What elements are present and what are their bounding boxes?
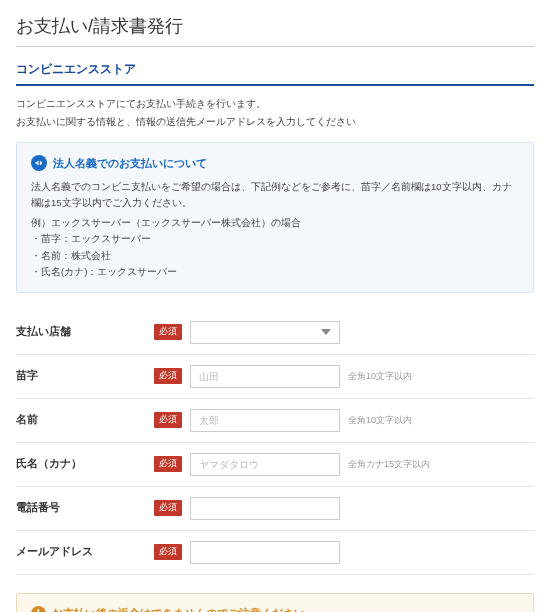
warning-icon: ! xyxy=(31,606,46,612)
page-title: お支払い/請求書発行 xyxy=(16,14,534,47)
example-line2: ・名前：株式会社 xyxy=(31,248,519,264)
section-title: コンビニエンスストア xyxy=(16,61,534,86)
required-badge: 必須 xyxy=(154,500,182,516)
required-badge: 必須 xyxy=(154,368,182,384)
store-select[interactable] xyxy=(190,321,340,344)
intro-line1: コンビニエンスストアにてお支払い手続きを行います。 xyxy=(16,96,534,112)
kana-input[interactable] xyxy=(190,453,340,476)
corporate-notice-title: 法人名義でのお支払いについて xyxy=(53,156,207,171)
example-head: 例）エックスサーバー（エックスサーバー株式会社）の場合 xyxy=(31,215,519,231)
kana-label: 氏名（カナ） xyxy=(16,457,146,471)
megaphone-icon xyxy=(31,155,47,171)
lastname-input[interactable] xyxy=(190,365,340,388)
refund-warning-title: お支払い後の返金はできませんのでご注意ください xyxy=(52,606,305,612)
example-line3: ・氏名(カナ)：エックスサーバー xyxy=(31,264,519,280)
example-line1: ・苗字：エックスサーバー xyxy=(31,231,519,247)
kana-hint: 全角カナ15文字以内 xyxy=(348,458,430,471)
corporate-notice: 法人名義でのお支払いについて 法人名義でのコンビニ支払いをご希望の場合は、下記例… xyxy=(16,142,534,293)
refund-warning: ! お支払い後の返金はできませんのでご注意ください 料金をお支払いいただいた後は… xyxy=(16,593,534,612)
store-label: 支払い店舗 xyxy=(16,325,146,339)
tel-label: 電話番号 xyxy=(16,501,146,515)
email-input[interactable] xyxy=(190,541,340,564)
lastname-hint: 全角10文字以内 xyxy=(348,370,412,383)
intro-text: コンビニエンスストアにてお支払い手続きを行います。 お支払いに関する情報と、情報… xyxy=(16,96,534,130)
lastname-label: 苗字 xyxy=(16,369,146,383)
required-badge: 必須 xyxy=(154,324,182,340)
firstname-hint: 全角10文字以内 xyxy=(348,414,412,427)
firstname-label: 名前 xyxy=(16,413,146,427)
tel-input[interactable] xyxy=(190,497,340,520)
email-label: メールアドレス xyxy=(16,545,146,559)
intro-line2: お支払いに関する情報と、情報の送信先メールアドレスを入力してください xyxy=(16,114,534,130)
corporate-notice-body: 法人名義でのコンビニ支払いをご希望の場合は、下記例などをご参考に、苗字／名前欄は… xyxy=(31,179,519,211)
required-badge: 必須 xyxy=(154,456,182,472)
firstname-input[interactable] xyxy=(190,409,340,432)
required-badge: 必須 xyxy=(154,412,182,428)
required-badge: 必須 xyxy=(154,544,182,560)
